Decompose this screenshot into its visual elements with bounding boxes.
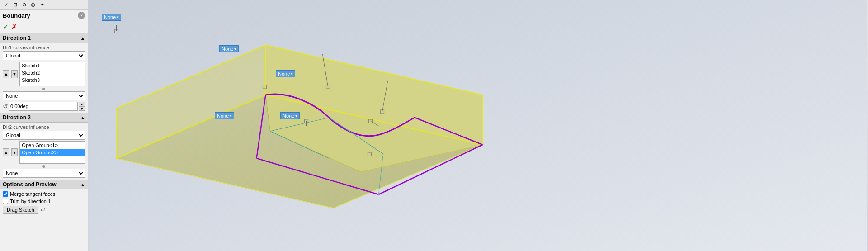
view-dropdown-5-label: None <box>283 113 294 118</box>
direction1-header[interactable]: Direction 1 ▲ <box>0 33 88 43</box>
view-dropdown-3-label: None <box>278 71 290 76</box>
view-dropdown-4-arrow: ▾ <box>230 114 232 118</box>
left-panel: ✓ ⊞ ⊕ ◎ ✦ Boundary ? ✓ ✗ Direction 1 ▲ D… <box>0 0 88 251</box>
direction2-label: Direction 2 <box>3 114 31 121</box>
rotate-icon: ↺ <box>3 103 8 110</box>
direction1-label: Direction 1 <box>3 35 31 41</box>
options-label: Options and Preview <box>3 181 57 188</box>
viewport: None ▾ None ▾ None ▾ None ▾ None ▾ <box>88 0 868 251</box>
dir2-dot-row <box>3 165 85 168</box>
ok-button[interactable]: ✓ <box>3 23 9 31</box>
options-collapse-icon: ▲ <box>80 182 85 187</box>
merge-tangent-checkbox[interactable] <box>3 191 8 197</box>
direction1-content: Dir1 curves influence Global ▲ ▼ Sketch1… <box>0 43 88 113</box>
toolbar-icon-grid[interactable]: ⊞ <box>11 1 19 9</box>
view-dropdown-2[interactable]: None ▾ <box>219 45 239 52</box>
dir1-down-arrow[interactable]: ▼ <box>11 70 18 78</box>
panel-header: Boundary ? <box>0 10 88 21</box>
sketch1-item[interactable]: Sketch1 <box>20 62 85 69</box>
dir1-spin-up[interactable]: ▲ <box>79 102 85 106</box>
dir1-up-arrow[interactable]: ▲ <box>3 70 9 78</box>
dir1-angle-spinner: ▲ ▼ <box>79 102 85 111</box>
dir1-sketch-list[interactable]: Sketch1 Sketch2 Sketch3 <box>19 62 85 86</box>
dir2-influence-dropdown[interactable]: Global <box>3 131 85 140</box>
trim-direction-row: Trim by direction 1 <box>3 199 85 204</box>
view-dropdown-2-arrow: ▾ <box>234 47 236 51</box>
dir1-none-dropdown[interactable]: None <box>3 91 85 100</box>
direction2-header[interactable]: Direction 2 ▲ <box>0 113 88 123</box>
merge-tangent-row: Merge tangent faces <box>3 191 85 197</box>
view-dropdown-5[interactable]: None ▾ <box>280 112 300 119</box>
options-header[interactable]: Options and Preview ▲ <box>0 180 88 189</box>
panel-title: Boundary <box>3 12 30 19</box>
toolbar-icon-check[interactable]: ✓ <box>2 1 10 9</box>
view-dropdown-5-arrow: ▾ <box>295 114 297 118</box>
dir1-dot-row <box>3 88 85 90</box>
dir2-influence-label: Dir2 curves influence <box>3 124 85 130</box>
toolbar-icon-target[interactable]: ⊕ <box>20 1 28 9</box>
view-dropdown-2-label: None <box>222 46 233 52</box>
toolbar: ✓ ⊞ ⊕ ◎ ✦ <box>0 0 88 10</box>
view-dropdown-4-label: None <box>217 113 229 118</box>
direction2-collapse-icon: ▲ <box>80 115 85 120</box>
view-dropdown-4[interactable]: None ▾ <box>215 112 234 119</box>
dir1-influence-label: Dir1 curves influence <box>3 45 85 50</box>
dir2-down-arrow[interactable]: ▼ <box>11 148 18 156</box>
direction2-content: Dir2 curves influence Global ▲ ▼ Open Gr… <box>0 123 88 180</box>
view-dropdown-1-label: None <box>104 14 116 20</box>
direction1-collapse-icon: ▲ <box>80 36 85 41</box>
drag-sketch-row: Drag Sketch ↩ <box>3 206 85 214</box>
trim-direction-label: Trim by direction 1 <box>10 199 51 204</box>
sketch3-item[interactable]: Sketch3 <box>20 76 85 84</box>
dir2-arrows-row: ▲ ▼ Open Group<1> Open Group<2> <box>3 141 85 164</box>
view-dropdown-3[interactable]: None ▾ <box>276 70 295 77</box>
view-dropdown-3-arrow: ▾ <box>291 71 293 76</box>
toolbar-icon-star[interactable]: ✦ <box>38 1 46 9</box>
cancel-button[interactable]: ✗ <box>11 23 17 31</box>
dir1-dot <box>42 88 45 90</box>
view-dropdown-1[interactable]: None ▾ <box>102 14 121 21</box>
dir1-angle-input[interactable] <box>9 102 78 111</box>
sketch2-item[interactable]: Sketch2 <box>20 69 85 76</box>
open-group-2-item[interactable]: Open Group<2> <box>20 149 85 156</box>
trim-direction-checkbox[interactable] <box>3 199 8 204</box>
dir1-angle-row: ↺ ▲ ▼ <box>3 102 85 111</box>
toolbar-icon-circle[interactable]: ◎ <box>29 1 37 9</box>
dir1-influence-dropdown[interactable]: Global <box>3 51 85 60</box>
undo-icon[interactable]: ↩ <box>40 206 46 213</box>
drag-sketch-button[interactable]: Drag Sketch <box>3 206 38 214</box>
options-content: Merge tangent faces Trim by direction 1 … <box>0 189 88 216</box>
dir2-none-dropdown[interactable]: None <box>3 169 85 178</box>
dir1-arrows-row: ▲ ▼ Sketch1 Sketch2 Sketch3 <box>3 62 85 86</box>
dir1-spin-down[interactable]: ▼ <box>79 106 85 111</box>
merge-tangent-label: Merge tangent faces <box>10 191 55 197</box>
dir2-dot <box>42 165 45 168</box>
open-group-1-item[interactable]: Open Group<1> <box>20 142 85 149</box>
dir2-up-arrow[interactable]: ▲ <box>3 148 9 156</box>
viewport-svg <box>88 0 868 251</box>
ok-cancel-row: ✓ ✗ <box>0 21 88 33</box>
dir2-group-list[interactable]: Open Group<1> Open Group<2> <box>19 141 85 164</box>
view-dropdown-1-arrow: ▾ <box>117 15 119 19</box>
help-icon[interactable]: ? <box>78 12 85 19</box>
